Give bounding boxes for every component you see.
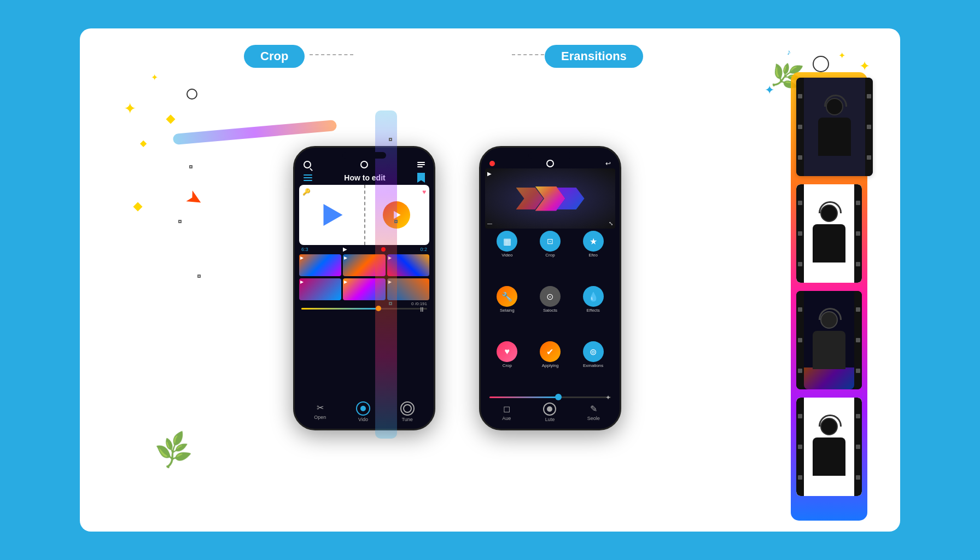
right-sparkle-1: ✦: [859, 59, 870, 74]
grid-applying[interactable]: ✔ Applying: [530, 341, 570, 393]
phone2-notch: [528, 152, 572, 159]
film-frame-4: [796, 398, 862, 496]
center-band: [375, 110, 397, 439]
nav-aue-label: Aue: [502, 416, 511, 421]
phone1: How to edit 🔑 ♥: [293, 146, 435, 430]
deco-dash-6: [389, 302, 392, 305]
grid-applying-label: Applying: [542, 363, 559, 368]
search-icon: [304, 161, 311, 168]
aue-icon: ◻: [500, 402, 512, 415]
person-figure-4: [813, 418, 845, 476]
film-perf-left-2: [796, 184, 804, 283]
person-body-2: [813, 224, 845, 262]
crop-dashed-line: [310, 54, 353, 55]
phone1-thumb-row-1: [299, 254, 429, 276]
deco-dash-4: [389, 138, 392, 141]
transitions-label-text: Eransitions: [561, 49, 627, 63]
crop2-tool-icon: ♥: [497, 341, 517, 362]
menu-icon: [417, 162, 425, 167]
person-figure: [818, 98, 851, 156]
sparkle-3: ◆: [140, 138, 147, 148]
vido-icon: [356, 401, 370, 416]
right-sparkle-3: ♪: [787, 48, 791, 56]
phone1-section: How to edit 🔑 ♥: [293, 146, 435, 430]
film-perf-left-3: [796, 291, 804, 389]
camera-icon: [546, 160, 554, 167]
thumb-4: [299, 278, 341, 300]
phone1-thumb-row-2: [299, 278, 429, 300]
grid-crop[interactable]: ⊡ Crop: [530, 231, 570, 283]
heart-icon: ♥: [422, 188, 426, 196]
nav-seole[interactable]: ✎ Seole: [587, 402, 600, 422]
film-strip-wrapper: [791, 72, 867, 521]
headphones-4: [819, 415, 842, 427]
crop-tool-icon: ⊡: [540, 231, 561, 252]
right-deco-circle: [813, 56, 829, 72]
key-icon: 🔑: [302, 188, 311, 196]
film-frame-1: [796, 78, 873, 176]
nav-aue[interactable]: ◻ Aue: [500, 402, 512, 422]
deco-dash-1: [189, 165, 192, 168]
phone2: ↩ ▶ ⤡ —: [479, 146, 621, 430]
phone1-video-preview[interactable]: 🔑 ♥: [299, 185, 429, 245]
phone2-progress-bar[interactable]: ✦: [489, 396, 611, 398]
phone2-grid: ▦ Video ⊡ Crop ★ Efeo 🔧 Sel: [485, 229, 615, 395]
phone2-progress-fill: [489, 396, 556, 398]
efeo-tool-icon: ★: [583, 231, 604, 252]
grid-efeo[interactable]: ★ Efeo: [573, 231, 613, 283]
nav-lute-label: Lute: [545, 417, 555, 422]
deco-circle-1: [186, 89, 197, 100]
phone1-count: 0 /0:191: [299, 301, 429, 306]
transitions-label-bubble: Eransitions: [545, 45, 643, 68]
person-head: [826, 98, 843, 115]
play-btn-large[interactable]: [318, 201, 345, 229]
grid-crop2[interactable]: ♥ Crop: [487, 341, 527, 393]
person-head-3: [820, 311, 838, 329]
timeline-right: 0:2: [420, 247, 427, 252]
person-body-3: [813, 331, 845, 369]
phone1-progress-fill: [301, 308, 377, 310]
phone2-progress-dot: [555, 394, 562, 400]
phone2-topbar: ↩: [485, 159, 615, 168]
video-glow: [485, 168, 615, 229]
nav-vido[interactable]: Vido: [356, 401, 370, 422]
crop-label-text: Crop: [260, 49, 288, 63]
headphones-3: [819, 308, 842, 320]
rec-indicator: [489, 161, 495, 166]
film-perf-right-2: [854, 184, 862, 283]
glow-effect: [804, 368, 854, 389]
phone1-progress-bar[interactable]: ⏸: [301, 308, 427, 310]
nav-tune[interactable]: Tune: [400, 401, 415, 422]
grid-selaing[interactable]: 🔧 Selaing: [487, 286, 527, 338]
phone1-inner: How to edit 🔑 ♥: [295, 148, 434, 429]
deco-dash-3: [197, 275, 201, 278]
nav-open[interactable]: ✂ Open: [314, 401, 326, 422]
grid-salocts[interactable]: ⊙ Salocts: [530, 286, 570, 338]
nav-tune-label: Tune: [402, 417, 413, 422]
hamburger-icon: [304, 174, 312, 181]
nav-vido-label: Vido: [358, 417, 368, 422]
person-figure-3: [813, 311, 845, 369]
video-tool-icon: ▦: [497, 231, 517, 252]
blue-sparkle: ✦: [765, 83, 774, 97]
phone1-notch: [342, 152, 386, 159]
deco-diamond-1: [166, 115, 176, 124]
timeline-end-icon: ✦: [605, 394, 611, 401]
grid-crop-label: Crop: [545, 253, 555, 258]
grid-salocts-label: Salocts: [543, 308, 557, 313]
grid-video[interactable]: ▦ Video: [487, 231, 527, 283]
video-play-small: ▶: [487, 171, 492, 177]
film-frame-2: [796, 184, 862, 283]
grid-exmations-label: Exmations: [583, 363, 603, 368]
grid-effects[interactable]: 💧 Effects: [573, 286, 613, 338]
phone2-section: ↩ ▶ ⤡ —: [479, 146, 621, 430]
nav-lute[interactable]: Lute: [543, 402, 556, 422]
thumb-1: [299, 254, 341, 276]
seole-icon: ✎: [587, 402, 599, 415]
deco-dash-5: [394, 220, 398, 223]
crop-label-bubble: Crop: [244, 45, 305, 68]
expand-icon: ⤡: [609, 220, 613, 226]
grid-exmations[interactable]: ⊚ Exmations: [573, 341, 613, 393]
phone2-video-preview[interactable]: ▶ ⤡ —: [485, 168, 615, 229]
person-figure-2: [813, 205, 845, 262]
